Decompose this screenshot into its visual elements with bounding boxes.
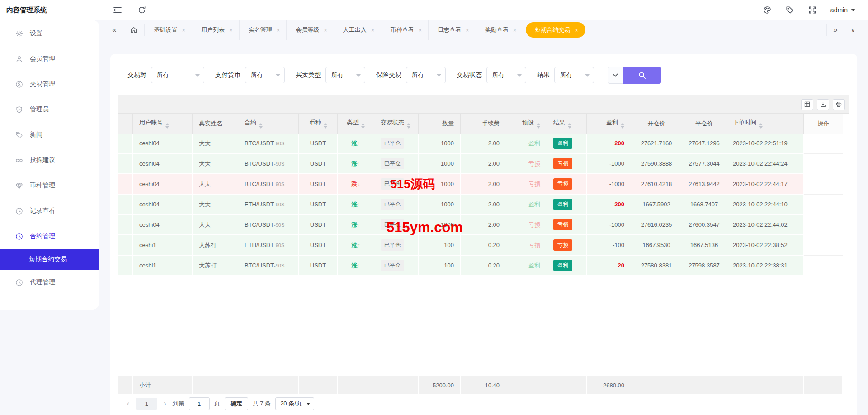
profit-value: 200 <box>614 140 624 147</box>
export-download-icon[interactable] <box>817 99 829 110</box>
close-icon[interactable]: × <box>371 27 375 33</box>
column-header-预设[interactable]: 预设 <box>506 114 547 134</box>
sort-icon[interactable] <box>537 123 540 129</box>
status-badge: 已平仓 <box>381 219 404 230</box>
sidebar-subitem-9[interactable]: 短期合约交易 <box>0 249 99 270</box>
column-header-盈利[interactable]: 盈利 <box>587 114 631 134</box>
tab-8[interactable]: 短期合约交易× <box>526 22 585 38</box>
table-row-6[interactable]: ceshi1大苏打BTC/USDT-90SUSDT涨↑已平仓1000.20盈利盈… <box>118 256 843 276</box>
filter-select-5[interactable]: 所有 <box>554 67 594 83</box>
refresh-icon[interactable] <box>137 5 146 14</box>
table-row-5[interactable]: ceshi1大苏打ETH/USDT-90SUSDT涨↑已平仓1000.20亏损亏… <box>118 235 843 256</box>
sidebar-item-0[interactable]: 设置 <box>0 21 99 46</box>
cell: 已平仓 <box>374 154 419 174</box>
close-icon[interactable]: × <box>418 27 422 33</box>
column-header-类型[interactable]: 类型 <box>338 114 374 134</box>
sidebar-item-10[interactable]: 代理管理 <box>0 270 99 295</box>
close-icon[interactable]: × <box>182 27 185 33</box>
sidebar-item-8[interactable]: 合约管理 <box>0 224 99 249</box>
tag-icon[interactable] <box>785 5 794 14</box>
palette-icon[interactable] <box>763 5 772 14</box>
close-icon[interactable]: × <box>466 27 469 33</box>
search-button[interactable] <box>623 67 661 84</box>
close-icon[interactable]: × <box>513 27 517 33</box>
column-header-合约[interactable]: 合约 <box>238 114 299 134</box>
cell: 亏损 <box>506 235 547 256</box>
table-row-3[interactable]: ceshi04大大ETH/USDT-90SUSDT涨↑已平仓10002.00盈利… <box>118 195 843 215</box>
type-down-indicator: 跌↓ <box>351 181 360 187</box>
sort-icon[interactable] <box>361 123 365 129</box>
clock-icon <box>15 279 23 286</box>
sidebar-item-1[interactable]: 会员管理 <box>0 46 99 72</box>
admin-dropdown[interactable]: admin <box>830 6 855 14</box>
tab-label: 实名管理 <box>249 26 272 34</box>
tabs-scroll-right[interactable]: » <box>826 24 844 36</box>
cell: 亏损 <box>506 154 547 174</box>
chevron-down-icon <box>195 74 200 79</box>
sidebar-item-3[interactable]: 管理员 <box>0 97 99 122</box>
tab-1[interactable]: 用户列表× <box>192 20 240 40</box>
sort-icon[interactable] <box>165 123 169 129</box>
filter-select-1[interactable]: 所有 <box>245 67 285 83</box>
sort-icon[interactable] <box>259 123 263 129</box>
column-header-用户账号[interactable]: 用户账号 <box>133 114 193 134</box>
goto-page-input[interactable] <box>189 397 210 410</box>
filters-collapse-button[interactable] <box>608 67 623 84</box>
sort-icon[interactable] <box>759 123 763 129</box>
sidebar-item-5[interactable]: 投拆建议 <box>0 148 99 173</box>
printer-icon[interactable] <box>833 99 845 110</box>
filter-label: 保险交易 <box>376 71 401 79</box>
filter-select-2[interactable]: 所有 <box>326 67 365 83</box>
cell: USDT <box>299 215 338 235</box>
sidebar-item-7[interactable]: 记录查看 <box>0 198 99 224</box>
tab-6[interactable]: 日志查看× <box>429 20 476 40</box>
cell: 盈利 <box>547 134 587 154</box>
column-header-币种[interactable]: 币种 <box>299 114 338 134</box>
tab-label: 人工出入 <box>343 26 367 34</box>
sort-icon[interactable] <box>407 123 410 129</box>
prev-page-button[interactable]: ‹ <box>125 400 131 408</box>
close-icon[interactable]: × <box>229 27 233 33</box>
tab-5[interactable]: 币种查看× <box>381 20 429 40</box>
cell: 大苏打 <box>193 235 238 256</box>
tabs-menu-chevron[interactable]: ∨ <box>844 24 862 36</box>
tab-2[interactable]: 实名管理× <box>240 20 287 40</box>
sidebar-item-4[interactable]: 新闻 <box>0 122 99 148</box>
columns-grid-icon[interactable] <box>801 99 813 110</box>
subtotal-cell <box>118 376 133 394</box>
tab-0[interactable]: 基础设置× <box>145 20 192 40</box>
sort-icon[interactable] <box>324 123 327 129</box>
cell: ceshi04 <box>133 154 193 174</box>
close-icon[interactable]: × <box>324 27 327 33</box>
confirm-page-button[interactable]: 确定 <box>225 397 248 410</box>
close-icon[interactable]: × <box>575 27 578 33</box>
filter-select-0[interactable]: 所有 <box>151 67 204 83</box>
column-header-结果[interactable]: 结果 <box>547 114 587 134</box>
current-page-button[interactable]: 1 <box>136 398 157 410</box>
cell: 涨↑ <box>338 195 374 215</box>
table-row-0[interactable]: ceshi04大大BTC/USDT-90SUSDT涨↑已平仓10002.00盈利… <box>118 134 843 154</box>
cell: 1667.5902 <box>631 195 682 215</box>
column-header-交易状态[interactable]: 交易状态 <box>374 114 419 134</box>
per-page-select[interactable]: 20 条/页 <box>275 397 314 410</box>
tab-3[interactable]: 会员等级× <box>287 20 334 40</box>
close-icon[interactable]: × <box>277 27 280 33</box>
sidebar-item-label: 交易管理 <box>30 80 55 88</box>
menu-fold-icon[interactable] <box>113 5 122 14</box>
table-row-4[interactable]: ceshi04大大BTC/USDT-90SUSDT涨↑已平仓10002.00亏损… <box>118 215 843 235</box>
tab-4[interactable]: 人工出入× <box>334 20 382 40</box>
sidebar-item-6[interactable]: 币种管理 <box>0 173 99 198</box>
tabs-scroll-left[interactable]: « <box>106 24 123 36</box>
sidebar-item-2[interactable]: 交易管理 <box>0 72 99 97</box>
sort-icon[interactable] <box>621 123 624 129</box>
table-row-2[interactable]: ceshi04大大BTC/USDT-90SUSDT跌↓已平仓10002.00亏损… <box>118 174 843 195</box>
home-tab[interactable] <box>123 24 145 36</box>
column-header-下单时间[interactable]: 下单时间 <box>726 114 804 134</box>
filter-select-3[interactable]: 所有 <box>406 67 446 83</box>
sort-icon[interactable] <box>568 123 571 129</box>
tab-7[interactable]: 奖励查看× <box>476 20 524 40</box>
filter-select-4[interactable]: 所有 <box>486 67 526 83</box>
fullscreen-icon[interactable] <box>808 5 817 14</box>
table-row-1[interactable]: ceshi04大大BTC/USDT-90SUSDT涨↑已平仓10002.00亏损… <box>118 154 843 174</box>
next-page-button[interactable]: › <box>162 400 168 408</box>
